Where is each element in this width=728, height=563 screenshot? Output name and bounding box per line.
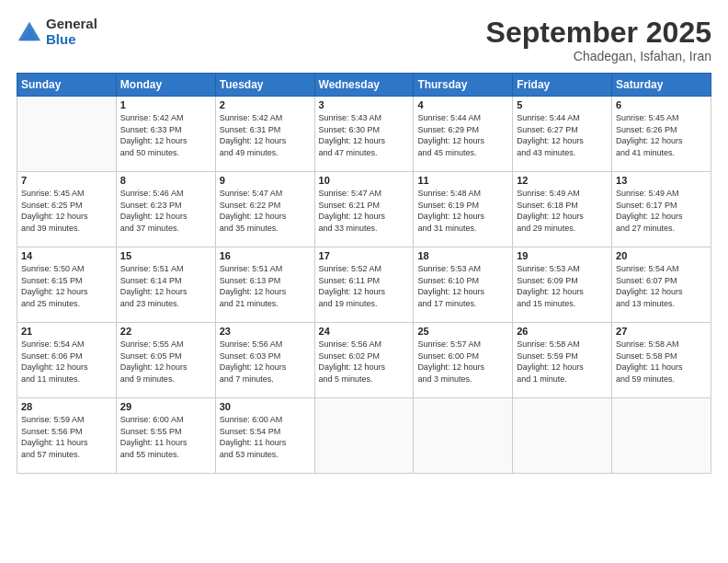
day-info: Sunrise: 5:42 AM Sunset: 6:33 PM Dayligh…: [120, 112, 211, 158]
day-info: Sunrise: 5:56 AM Sunset: 6:02 PM Dayligh…: [319, 339, 410, 385]
day-info: Sunrise: 5:54 AM Sunset: 6:07 PM Dayligh…: [616, 263, 707, 309]
day-info: Sunrise: 5:56 AM Sunset: 6:03 PM Dayligh…: [220, 339, 311, 385]
calendar-cell: 19Sunrise: 5:53 AM Sunset: 6:09 PM Dayli…: [513, 247, 612, 323]
calendar-cell: 25Sunrise: 5:57 AM Sunset: 6:00 PM Dayli…: [414, 323, 513, 398]
calendar-cell: 5Sunrise: 5:44 AM Sunset: 6:27 PM Daylig…: [513, 97, 612, 172]
calendar-week-4: 21Sunrise: 5:54 AM Sunset: 6:06 PM Dayli…: [17, 323, 711, 398]
day-number: 9: [220, 175, 311, 186]
calendar-cell: 2Sunrise: 5:42 AM Sunset: 6:31 PM Daylig…: [215, 97, 314, 172]
day-info: Sunrise: 5:50 AM Sunset: 6:15 PM Dayligh…: [21, 263, 112, 309]
calendar-cell: 10Sunrise: 5:47 AM Sunset: 6:21 PM Dayli…: [314, 172, 414, 247]
day-number: 16: [220, 250, 311, 261]
day-info: Sunrise: 5:49 AM Sunset: 6:17 PM Dayligh…: [616, 188, 707, 234]
day-number: 8: [120, 175, 211, 186]
calendar-cell: 23Sunrise: 5:56 AM Sunset: 6:03 PM Dayli…: [215, 323, 314, 398]
day-info: Sunrise: 6:00 AM Sunset: 5:55 PM Dayligh…: [120, 414, 211, 460]
calendar-cell: 27Sunrise: 5:58 AM Sunset: 5:58 PM Dayli…: [612, 323, 711, 398]
day-info: Sunrise: 5:54 AM Sunset: 6:06 PM Dayligh…: [21, 339, 112, 385]
calendar-week-1: 1Sunrise: 5:42 AM Sunset: 6:33 PM Daylig…: [17, 97, 711, 172]
calendar-cell: 26Sunrise: 5:58 AM Sunset: 5:59 PM Dayli…: [513, 323, 612, 398]
col-header-thursday: Thursday: [414, 74, 513, 97]
day-number: 10: [319, 175, 410, 186]
calendar-cell: 7Sunrise: 5:45 AM Sunset: 6:25 PM Daylig…: [17, 172, 117, 247]
logo-text: General Blue: [46, 17, 97, 47]
calendar-cell: 6Sunrise: 5:45 AM Sunset: 6:26 PM Daylig…: [612, 97, 711, 172]
day-number: 19: [517, 250, 608, 261]
day-info: Sunrise: 5:44 AM Sunset: 6:29 PM Dayligh…: [417, 112, 508, 158]
calendar-cell: 4Sunrise: 5:44 AM Sunset: 6:29 PM Daylig…: [414, 97, 513, 172]
calendar-cell: [17, 97, 117, 172]
day-number: 7: [21, 175, 112, 186]
calendar-cell: 21Sunrise: 5:54 AM Sunset: 6:06 PM Dayli…: [17, 323, 117, 398]
day-info: Sunrise: 5:53 AM Sunset: 6:10 PM Dayligh…: [417, 263, 508, 309]
day-info: Sunrise: 5:59 AM Sunset: 5:56 PM Dayligh…: [21, 414, 112, 460]
day-info: Sunrise: 5:55 AM Sunset: 6:05 PM Dayligh…: [120, 339, 211, 385]
day-info: Sunrise: 5:42 AM Sunset: 6:31 PM Dayligh…: [220, 112, 311, 158]
location: Chadegan, Isfahan, Iran: [486, 49, 711, 63]
day-number: 24: [319, 326, 410, 337]
calendar-cell: 15Sunrise: 5:51 AM Sunset: 6:14 PM Dayli…: [116, 247, 215, 323]
header: General Blue September 2025 Chadegan, Is…: [17, 17, 711, 63]
calendar-table: SundayMondayTuesdayWednesdayThursdayFrid…: [17, 73, 711, 474]
calendar-cell: 12Sunrise: 5:49 AM Sunset: 6:18 PM Dayli…: [513, 172, 612, 247]
col-header-sunday: Sunday: [17, 74, 117, 97]
calendar-cell: 13Sunrise: 5:49 AM Sunset: 6:17 PM Dayli…: [612, 172, 711, 247]
day-number: 22: [120, 326, 211, 337]
logo-general-text: General: [46, 17, 97, 32]
day-info: Sunrise: 5:51 AM Sunset: 6:13 PM Dayligh…: [220, 263, 311, 309]
day-number: 15: [120, 250, 211, 261]
calendar-cell: 18Sunrise: 5:53 AM Sunset: 6:10 PM Dayli…: [414, 247, 513, 323]
day-info: Sunrise: 5:51 AM Sunset: 6:14 PM Dayligh…: [120, 263, 211, 309]
day-info: Sunrise: 5:53 AM Sunset: 6:09 PM Dayligh…: [517, 263, 608, 309]
calendar-cell: 3Sunrise: 5:43 AM Sunset: 6:30 PM Daylig…: [314, 97, 414, 172]
calendar-cell: 22Sunrise: 5:55 AM Sunset: 6:05 PM Dayli…: [116, 323, 215, 398]
day-number: 21: [21, 326, 112, 337]
day-info: Sunrise: 5:48 AM Sunset: 6:19 PM Dayligh…: [417, 188, 508, 234]
day-info: Sunrise: 5:52 AM Sunset: 6:11 PM Dayligh…: [319, 263, 410, 309]
calendar-cell: [414, 398, 513, 474]
calendar-cell: 20Sunrise: 5:54 AM Sunset: 6:07 PM Dayli…: [612, 247, 711, 323]
col-header-friday: Friday: [513, 74, 612, 97]
day-number: 18: [417, 250, 508, 261]
col-header-monday: Monday: [116, 74, 215, 97]
day-info: Sunrise: 5:45 AM Sunset: 6:25 PM Dayligh…: [21, 188, 112, 234]
calendar-cell: 24Sunrise: 5:56 AM Sunset: 6:02 PM Dayli…: [314, 323, 414, 398]
calendar-cell: [314, 398, 414, 474]
calendar-week-5: 28Sunrise: 5:59 AM Sunset: 5:56 PM Dayli…: [17, 398, 711, 474]
day-number: 13: [616, 175, 707, 186]
day-number: 23: [220, 326, 311, 337]
calendar-cell: 11Sunrise: 5:48 AM Sunset: 6:19 PM Dayli…: [414, 172, 513, 247]
day-number: 17: [319, 250, 410, 261]
calendar-cell: 1Sunrise: 5:42 AM Sunset: 6:33 PM Daylig…: [116, 97, 215, 172]
calendar-cell: 28Sunrise: 5:59 AM Sunset: 5:56 PM Dayli…: [17, 398, 117, 474]
day-info: Sunrise: 5:47 AM Sunset: 6:21 PM Dayligh…: [319, 188, 410, 234]
calendar-cell: 8Sunrise: 5:46 AM Sunset: 6:23 PM Daylig…: [116, 172, 215, 247]
calendar-header-row: SundayMondayTuesdayWednesdayThursdayFrid…: [17, 74, 711, 97]
calendar-week-2: 7Sunrise: 5:45 AM Sunset: 6:25 PM Daylig…: [17, 172, 711, 247]
day-number: 1: [120, 99, 211, 110]
day-number: 29: [120, 401, 211, 412]
logo: General Blue: [17, 17, 97, 47]
calendar-cell: 17Sunrise: 5:52 AM Sunset: 6:11 PM Dayli…: [314, 247, 414, 323]
day-number: 5: [517, 99, 608, 110]
day-info: Sunrise: 5:43 AM Sunset: 6:30 PM Dayligh…: [319, 112, 410, 158]
day-number: 28: [21, 401, 112, 412]
logo-blue-text: Blue: [46, 32, 97, 48]
col-header-saturday: Saturday: [612, 74, 711, 97]
day-info: Sunrise: 5:57 AM Sunset: 6:00 PM Dayligh…: [417, 339, 508, 385]
day-info: Sunrise: 5:58 AM Sunset: 5:59 PM Dayligh…: [517, 339, 608, 385]
day-number: 12: [517, 175, 608, 186]
title-block: September 2025 Chadegan, Isfahan, Iran: [486, 17, 711, 63]
day-info: Sunrise: 5:45 AM Sunset: 6:26 PM Dayligh…: [616, 112, 707, 158]
day-info: Sunrise: 5:46 AM Sunset: 6:23 PM Dayligh…: [120, 188, 211, 234]
calendar-cell: 29Sunrise: 6:00 AM Sunset: 5:55 PM Dayli…: [116, 398, 215, 474]
day-info: Sunrise: 5:47 AM Sunset: 6:22 PM Dayligh…: [220, 188, 311, 234]
day-number: 4: [417, 99, 508, 110]
day-number: 27: [616, 326, 707, 337]
col-header-tuesday: Tuesday: [215, 74, 314, 97]
page: General Blue September 2025 Chadegan, Is…: [0, 0, 728, 563]
calendar-cell: [612, 398, 711, 474]
day-info: Sunrise: 5:44 AM Sunset: 6:27 PM Dayligh…: [517, 112, 608, 158]
day-info: Sunrise: 5:49 AM Sunset: 6:18 PM Dayligh…: [517, 188, 608, 234]
calendar-cell: 30Sunrise: 6:00 AM Sunset: 5:54 PM Dayli…: [215, 398, 314, 474]
